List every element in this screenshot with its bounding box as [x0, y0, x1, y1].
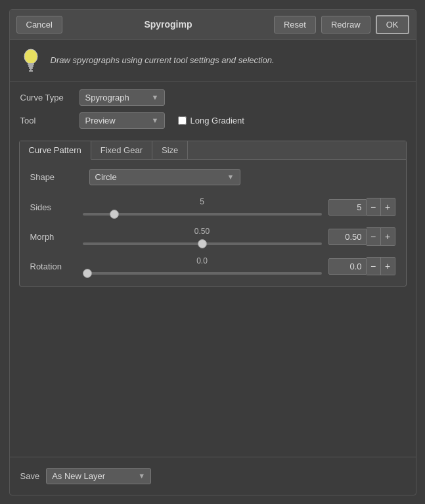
morph-input[interactable] [328, 229, 367, 245]
info-bar: Draw spyrographs using current tool sett… [10, 40, 416, 81]
svg-rect-3 [29, 67, 33, 69]
rotation-minus-button[interactable]: − [367, 257, 381, 275]
tab-content: Shape Circle ▼ Sides 5 − [20, 160, 406, 286]
sides-slider[interactable] [83, 213, 322, 216]
morph-row: Morph 0.50 − + [30, 227, 395, 247]
bulb-icon [19, 47, 43, 74]
tab-fixed-gear[interactable]: Fixed Gear [91, 141, 152, 159]
save-arrow-icon: ▼ [138, 472, 145, 480]
tabs-header: Curve Pattern Fixed Gear Size [20, 141, 406, 160]
rotation-input[interactable] [328, 258, 367, 275]
slider-section: Sides 5 − + Morph 0.50 [30, 197, 395, 277]
morph-slider[interactable] [83, 242, 322, 245]
sides-minus-button[interactable]: − [367, 198, 381, 216]
morph-minus-button[interactable]: − [367, 227, 381, 246]
sides-input[interactable] [328, 199, 367, 216]
morph-label: Morph [30, 232, 76, 242]
rotation-label: Rotation [30, 262, 76, 271]
dialog-title: Spyrogimp [68, 19, 269, 30]
svg-point-0 [24, 49, 37, 64]
tool-label: Tool [20, 116, 73, 126]
long-gradient-label: Long Gradient [190, 116, 244, 126]
reset-button[interactable]: Reset [274, 16, 316, 34]
tabs-container: Curve Pattern Fixed Gear Size Shape Circ… [19, 141, 407, 286]
save-value: As New Layer [52, 471, 105, 481]
morph-value-label: 0.50 [83, 227, 322, 236]
long-gradient-area: Long Gradient [178, 116, 244, 126]
sides-plus-button[interactable]: + [381, 198, 395, 216]
dialog: Cancel Spyrogimp Reset Redraw OK Draw sp… [9, 9, 416, 495]
save-dropdown[interactable]: As New Layer ▼ [46, 468, 151, 484]
shape-dropdown[interactable]: Circle ▼ [89, 169, 240, 185]
cancel-button[interactable]: Cancel [16, 16, 62, 34]
tool-row: Tool Preview ▼ Long Gradient [20, 112, 405, 129]
rotation-plus-button[interactable]: + [381, 257, 395, 275]
curve-type-value: Spyrograph [85, 93, 129, 103]
tab-size[interactable]: Size [152, 141, 188, 159]
rotation-slider-wrapper: 0.0 [83, 256, 322, 277]
sides-numbox: − + [328, 198, 395, 216]
info-text: Draw spyrographs using current tool sett… [51, 55, 275, 65]
curve-type-dropdown[interactable]: Spyrograph ▼ [79, 89, 165, 106]
long-gradient-checkbox[interactable] [178, 116, 187, 125]
redraw-button[interactable]: Redraw [321, 16, 370, 34]
shape-arrow-icon: ▼ [227, 173, 235, 181]
shape-row: Shape Circle ▼ [30, 169, 395, 185]
ok-button[interactable]: OK [376, 15, 409, 34]
morph-numbox: − + [328, 227, 395, 246]
svg-rect-2 [28, 65, 34, 67]
toolbar: Cancel Spyrogimp Reset Redraw OK [10, 10, 416, 40]
curve-type-arrow-icon: ▼ [152, 93, 159, 101]
rotation-slider[interactable] [83, 272, 322, 275]
tool-value: Preview [85, 116, 116, 126]
sides-value-label: 5 [83, 197, 322, 206]
curve-type-row: Curve Type Spyrograph ▼ [20, 89, 405, 106]
morph-plus-button[interactable]: + [381, 227, 395, 246]
tool-dropdown[interactable]: Preview ▼ [79, 112, 165, 129]
rotation-value-label: 0.0 [83, 256, 322, 265]
bottom-area: Save As New Layer ▼ [10, 457, 416, 495]
params-area: Curve Type Spyrograph ▼ Tool Preview ▼ L… [10, 81, 416, 137]
tab-curve-pattern[interactable]: Curve Pattern [20, 141, 91, 160]
shape-value: Circle [95, 172, 117, 182]
tool-arrow-icon: ▼ [152, 116, 159, 124]
rotation-numbox: − + [328, 257, 395, 275]
curve-type-label: Curve Type [20, 93, 73, 103]
rotation-row: Rotation 0.0 − + [30, 256, 395, 277]
sides-row: Sides 5 − + [30, 197, 395, 218]
sides-label: Sides [30, 202, 76, 212]
morph-slider-wrapper: 0.50 [83, 227, 322, 247]
sides-slider-wrapper: 5 [83, 197, 322, 218]
svg-rect-1 [28, 63, 34, 65]
save-label: Save [20, 471, 40, 481]
shape-label: Shape [30, 172, 83, 182]
